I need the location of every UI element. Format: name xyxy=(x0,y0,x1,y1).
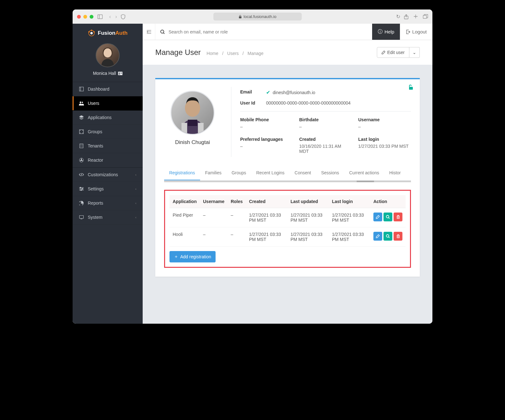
pie-chart-icon xyxy=(79,201,84,206)
cell-last-login: 1/27/2021 03:33 PM MST xyxy=(329,227,370,247)
cell-application: Pied Piper xyxy=(169,208,200,227)
username-label: Username xyxy=(358,117,411,122)
sidebar-item-settings[interactable]: Settings ‹ xyxy=(73,182,143,196)
tabs-scrollbar[interactable] xyxy=(164,181,411,182)
svg-point-35 xyxy=(81,160,82,161)
topbar: ⓘ Help Logout xyxy=(143,24,432,40)
svg-rect-17 xyxy=(121,73,122,74)
tab-recent-logins[interactable]: Recent Logins xyxy=(251,166,290,180)
svg-rect-0 xyxy=(98,15,103,19)
svg-rect-18 xyxy=(80,87,84,91)
tab-groups[interactable]: Groups xyxy=(227,166,251,180)
tab-sessions[interactable]: Sessions xyxy=(316,166,344,180)
tab-families[interactable]: Families xyxy=(200,166,227,180)
lock-icon xyxy=(239,15,242,19)
forward-icon[interactable]: › xyxy=(115,14,117,20)
sidebar-item-reactor[interactable]: Reactor xyxy=(73,153,143,167)
sidebar-item-users[interactable]: Users xyxy=(73,96,143,111)
th-last-updated: Last updated xyxy=(287,195,329,208)
current-user-name[interactable]: Monica Hall xyxy=(93,71,122,76)
svg-rect-6 xyxy=(423,15,427,18)
edit-icon xyxy=(382,51,385,54)
th-created: Created xyxy=(246,195,287,208)
svg-point-8 xyxy=(91,32,92,34)
tab-registrations[interactable]: Registrations xyxy=(164,166,200,180)
edit-user-button-group: Edit user ⌄ xyxy=(377,47,420,58)
svg-point-23 xyxy=(80,130,80,131)
svg-point-10 xyxy=(93,32,94,33)
svg-point-41 xyxy=(81,190,82,191)
view-registration-button[interactable] xyxy=(383,232,392,241)
sidebar-item-applications[interactable]: Applications xyxy=(73,111,143,125)
delete-registration-button[interactable] xyxy=(394,213,402,221)
edit-user-button[interactable]: Edit user xyxy=(377,47,409,58)
tab-current-actions[interactable]: Current actions xyxy=(344,166,384,180)
chrome-toolbar-left xyxy=(97,15,103,19)
tabs-icon[interactable] xyxy=(423,14,428,19)
unlock-icon[interactable] xyxy=(408,84,413,90)
cell-last-updated: 1/27/2021 03:33 PM MST xyxy=(287,208,329,227)
chevron-down-icon: ⌄ xyxy=(413,50,416,55)
tab-consent[interactable]: Consent xyxy=(289,166,316,180)
view-registration-button[interactable] xyxy=(383,213,392,221)
minimize-window-icon[interactable] xyxy=(83,15,87,19)
delete-registration-button[interactable] xyxy=(394,232,402,241)
svg-point-39 xyxy=(82,189,83,189)
sidebar-collapse-button[interactable] xyxy=(143,24,155,40)
crumb-home[interactable]: Home xyxy=(207,51,218,56)
plus-icon: ＋ xyxy=(174,254,178,260)
crumb-users[interactable]: Users xyxy=(227,51,239,56)
sidebar-item-tenants[interactable]: Tenants xyxy=(73,139,143,153)
svg-rect-2 xyxy=(239,16,241,18)
sidebar-toggle-icon[interactable] xyxy=(97,15,103,19)
avatar[interactable] xyxy=(96,43,120,67)
close-window-icon[interactable] xyxy=(77,15,81,19)
page-header: Manage User Home/ Users/ Manage Edit use… xyxy=(143,40,432,65)
created-label: Created xyxy=(299,137,352,142)
cell-username: – xyxy=(200,227,228,247)
sidebar-item-customizations[interactable]: Customizations ‹ xyxy=(73,168,143,182)
edit-user-dropdown[interactable]: ⌄ xyxy=(409,47,420,58)
search-input[interactable] xyxy=(169,29,367,34)
reload-icon[interactable]: ↻ xyxy=(396,14,400,20)
share-icon[interactable] xyxy=(404,14,408,19)
add-registration-button[interactable]: ＋ Add registration xyxy=(169,251,216,262)
shield-icon[interactable] xyxy=(121,14,125,19)
th-last-login: Last login xyxy=(329,195,370,208)
new-tab-icon[interactable] xyxy=(413,14,418,19)
edit-registration-button[interactable] xyxy=(373,213,382,221)
sliders-icon xyxy=(79,186,84,191)
app-container: FusionAuth Monica Hall Dashboard U xyxy=(73,24,432,324)
code-icon xyxy=(79,172,84,177)
username-value: – xyxy=(358,124,411,129)
sidebar-item-groups[interactable]: Groups xyxy=(73,125,143,139)
user-display-name: Dinish Chugtai xyxy=(164,139,221,146)
content-area: Dinish Chugtai Email ✔ dinesh@fusionauth… xyxy=(143,65,432,290)
brand[interactable]: FusionAuth xyxy=(73,24,143,41)
chevron-left-icon: ‹ xyxy=(135,201,136,205)
svg-line-57 xyxy=(389,237,389,238)
mobile-phone-label: Mobile Phone xyxy=(240,117,293,122)
svg-rect-27 xyxy=(80,144,83,148)
address-bar[interactable]: local.fusionauth.io xyxy=(142,13,373,21)
main-content: ⓘ Help Logout Manage User Home/ Users/ M… xyxy=(143,24,432,324)
svg-point-14 xyxy=(119,72,120,73)
sidebar-nav: Dashboard Users Applications Groups Tena… xyxy=(73,82,143,225)
sidebar-item-reports[interactable]: Reports ‹ xyxy=(73,196,143,210)
sidebar-item-dashboard[interactable]: Dashboard xyxy=(73,82,143,96)
tab-history[interactable]: Histor xyxy=(384,166,406,180)
users-icon xyxy=(79,101,84,106)
th-application: Application xyxy=(169,195,200,208)
edit-registration-button[interactable] xyxy=(373,232,382,241)
svg-point-54 xyxy=(386,215,389,218)
svg-rect-16 xyxy=(121,73,122,73)
logout-icon xyxy=(406,30,410,34)
table-row: Pied Piper – – 1/27/2021 03:33 PM MST 1/… xyxy=(169,208,406,227)
dashboard-icon xyxy=(79,87,84,92)
svg-rect-49 xyxy=(409,87,413,90)
logout-button[interactable]: Logout xyxy=(400,24,432,40)
help-button[interactable]: ⓘ Help xyxy=(372,24,400,40)
maximize-window-icon[interactable] xyxy=(90,15,93,19)
back-icon[interactable]: ‹ xyxy=(109,14,111,20)
sidebar-item-system[interactable]: System ‹ xyxy=(73,210,143,225)
